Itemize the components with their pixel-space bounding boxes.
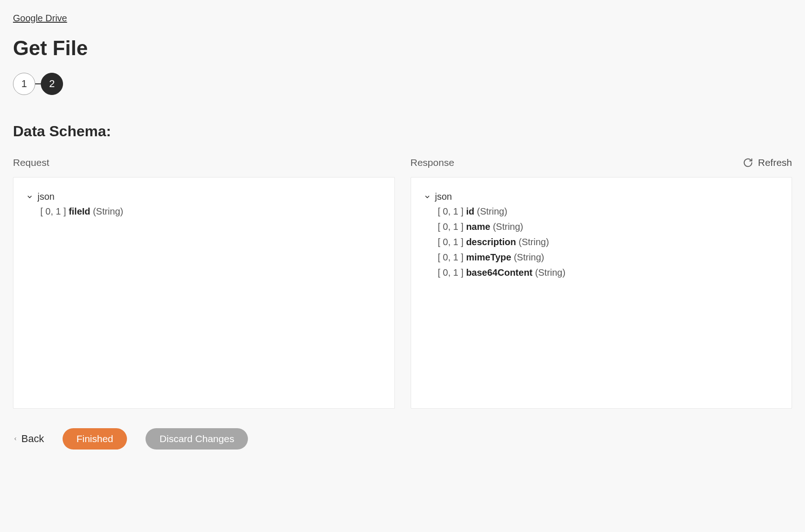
response-label: Response (411, 157, 455, 168)
step-2[interactable]: 2 (41, 73, 63, 95)
response-field-row[interactable]: [ 0, 1 ] description (String) (438, 234, 779, 250)
field-type: (String) (90, 206, 123, 216)
request-label: Request (13, 157, 49, 168)
section-heading: Data Schema: (13, 123, 792, 140)
response-field-row[interactable]: [ 0, 1 ] base64Content (String) (438, 265, 779, 280)
request-field-row[interactable]: [ 0, 1 ] fileId (String) (40, 204, 381, 219)
field-type: (String) (532, 267, 565, 278)
field-cardinality: [ 0, 1 ] (438, 222, 466, 232)
response-root-node[interactable]: json (424, 190, 779, 204)
response-column: Response Refresh json [ (411, 155, 792, 409)
field-name: description (466, 237, 516, 247)
request-column: Request json [ 0, 1 ] fileId (String) (13, 155, 395, 409)
field-cardinality: [ 0, 1 ] (438, 206, 466, 216)
request-root-node[interactable]: json (26, 190, 381, 204)
field-name: name (466, 222, 490, 232)
field-cardinality: [ 0, 1 ] (438, 252, 466, 262)
response-root-label: json (435, 191, 452, 202)
field-type: (String) (490, 222, 523, 232)
request-root-label: json (38, 191, 55, 202)
breadcrumb-link[interactable]: Google Drive (13, 13, 67, 23)
field-type: (String) (516, 237, 549, 247)
response-field-row[interactable]: [ 0, 1 ] id (String) (438, 204, 779, 219)
field-type: (String) (474, 206, 507, 216)
page-title: Get File (13, 37, 792, 60)
field-name: fileId (69, 206, 90, 216)
refresh-label: Refresh (758, 157, 792, 168)
back-button[interactable]: Back (13, 433, 44, 445)
response-field-row[interactable]: [ 0, 1 ] mimeType (String) (438, 250, 779, 265)
back-label: Back (21, 433, 44, 445)
field-cardinality: [ 0, 1 ] (438, 267, 466, 278)
field-cardinality: [ 0, 1 ] (438, 237, 466, 247)
field-cardinality: [ 0, 1 ] (40, 206, 69, 216)
footer-actions: Back Finished Discard Changes (13, 428, 792, 450)
chevron-down-icon (26, 194, 33, 200)
response-field-row[interactable]: [ 0, 1 ] name (String) (438, 219, 779, 234)
step-connector (35, 83, 41, 84)
discard-button[interactable]: Discard Changes (146, 428, 248, 450)
field-name: mimeType (466, 252, 511, 262)
finished-button[interactable]: Finished (63, 428, 127, 450)
field-name: id (466, 206, 475, 216)
chevron-down-icon (424, 194, 431, 200)
field-type: (String) (511, 252, 544, 262)
request-schema-box: json [ 0, 1 ] fileId (String) (13, 177, 395, 409)
step-1[interactable]: 1 (13, 73, 35, 95)
response-schema-box: json [ 0, 1 ] id (String)[ 0, 1 ] name (… (411, 177, 792, 409)
stepper: 1 2 (13, 73, 792, 95)
refresh-icon (743, 158, 753, 168)
field-name: base64Content (466, 267, 532, 278)
refresh-button[interactable]: Refresh (743, 157, 792, 168)
chevron-left-icon (13, 436, 18, 442)
